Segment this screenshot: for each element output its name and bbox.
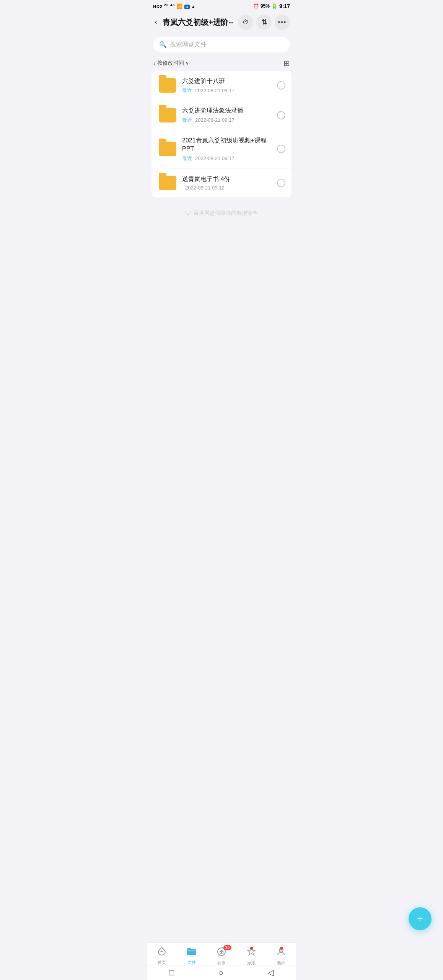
file-name: 六爻进阶理法象法录播 [182,106,277,115]
folder-icon [158,140,178,157]
sort-order-button[interactable]: ⇅ [256,15,272,30]
more-options-button[interactable]: ••• [275,15,290,30]
select-radio[interactable] [277,111,285,119]
recent-tag: 最近 [182,117,192,124]
folder-icon [158,175,178,191]
file-info: 送青岚电子书 4份 2022-08-21 09:12 [178,175,277,191]
alarm-icon: ⏰ [253,3,259,9]
search-icon: 🔍 [159,41,167,48]
file-name: 送青岚电子书 4份 [182,175,277,183]
list-item[interactable]: 六爻进阶理法象法录播 最近 2022-08-21 09:17 [151,100,292,130]
status-left: HD2 26 46 📶 U ▲ [153,3,196,9]
file-list: 六爻进阶十八班 最近 2022-08-21 09:17 六爻进阶理法象法录播 最… [151,71,292,198]
back-button[interactable]: ‹ [153,16,159,29]
select-radio[interactable] [277,81,285,90]
file-info: 六爻进阶理法象法录播 最近 2022-08-21 09:17 [178,106,277,123]
safety-message: 🛡 百度网盘保障你的数据安全 [147,198,296,229]
recent-tag: 最近 [182,155,192,162]
file-info: 2021青岚六爻初级班视频+课程PPT 最近 2022-08-21 09:17 [178,136,277,162]
history-icon: ⏱ [243,19,249,26]
nav-bar: ‹ 青岚六爻初级+进阶-- ⏱ ⇅ ••• [147,11,296,34]
file-meta: 最近 2022-08-21 09:17 [182,87,277,94]
more-icon: ••• [278,19,287,26]
sort-bar: ↓ 按修改时间 ∨ ⊞ [147,57,296,71]
battery-percent: 95% [261,3,270,9]
sort-chevron-icon: ∨ [186,60,189,66]
file-meta: 2022-08-21 09:12 [182,185,277,191]
sort-order-icon: ⇅ [261,18,267,26]
list-item[interactable]: 2021青岚六爻初级班视频+课程PPT 最近 2022-08-21 09:17 [151,130,292,168]
file-info: 六爻进阶十八班 最近 2022-08-21 09:17 [178,77,277,94]
shield-icon: 🛡 [185,210,191,217]
search-placeholder: 搜索网盘文件 [170,41,207,49]
list-item[interactable]: 六爻进阶十八班 最近 2022-08-21 09:17 [151,71,292,100]
search-container: 🔍 搜索网盘文件 [147,34,296,57]
file-date: 2022-08-21 09:17 [195,117,235,123]
folder-icon [158,107,178,124]
page-title: 青岚六爻初级+进阶-- [163,17,234,28]
file-meta: 最近 2022-08-21 09:17 [182,117,277,124]
nav-actions: ⏱ ⇅ ••• [238,15,290,30]
list-item[interactable]: 送青岚电子书 4份 2022-08-21 09:12 [151,168,292,198]
sort-label: 按修改时间 [157,60,184,67]
network-icons: HD2 26 46 📶 U ▲ [153,3,196,9]
select-radio[interactable] [277,145,285,153]
select-radio[interactable] [277,179,285,187]
battery-icon: 🔋 [271,3,278,9]
file-name: 六爻进阶十八班 [182,77,277,85]
recent-tag: 最近 [182,87,192,94]
grid-icon: ⊞ [283,59,290,67]
history-button[interactable]: ⏱ [238,15,253,30]
file-date: 2022-08-21 09:17 [195,88,235,93]
file-date: 2022-08-21 09:17 [195,155,235,161]
safety-text: 百度网盘保障你的数据安全 [194,210,258,217]
sort-direction-icon: ↓ [153,60,156,66]
file-meta: 最近 2022-08-21 09:17 [182,155,277,162]
grid-view-button[interactable]: ⊞ [283,59,290,68]
folder-icon [158,77,178,94]
time-display: 9:17 [279,3,290,9]
status-right: ⏰ 95% 🔋 9:17 [253,3,290,9]
status-bar: HD2 26 46 📶 U ▲ ⏰ 95% 🔋 9:17 [147,0,296,11]
file-date: 2022-08-21 09:12 [185,185,225,191]
search-bar[interactable]: 🔍 搜索网盘文件 [153,37,290,52]
sort-controls[interactable]: ↓ 按修改时间 ∨ [153,60,189,67]
file-name: 2021青岚六爻初级班视频+课程PPT [182,136,277,154]
